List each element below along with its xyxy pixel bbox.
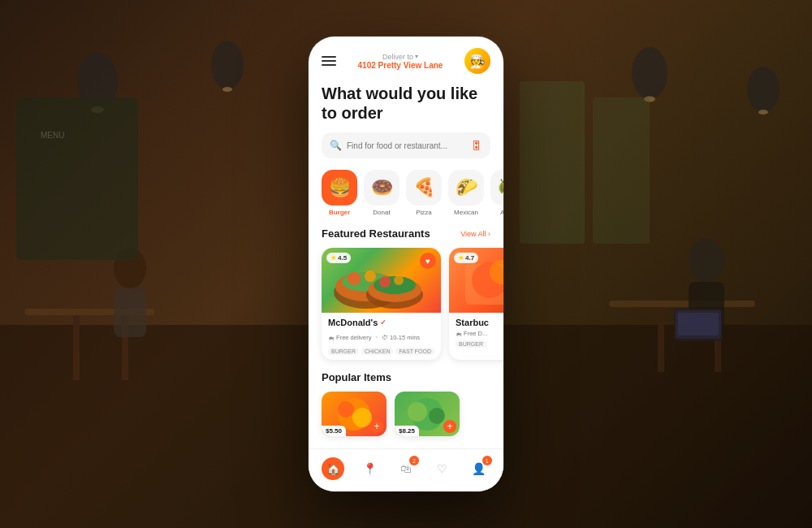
view-all-button[interactable]: View All › [460,230,490,238]
delivery-label-starbucks: 🏍 Free D... [456,330,487,337]
svg-rect-16 [593,97,650,244]
svg-point-36 [394,275,404,285]
svg-point-14 [758,110,768,115]
cart-badge: 2 [409,456,419,465]
filter-icon[interactable]: 🎛 [471,139,482,152]
asian-icon-wrap: 🍋 [490,170,503,206]
svg-point-29 [348,272,361,285]
delivery-label: 🏍 Free delivery [328,334,371,341]
burger-emoji: 🍔 [329,177,351,198]
restaurant-info-mcdonalds: McDonald's ✓ 🏍 Free delivery · ⏱ 10-15 m… [322,313,441,360]
restaurant-meta-mcdonalds: 🏍 Free delivery · ⏱ 10-15 mins [328,330,434,344]
svg-point-45 [408,402,427,422]
svg-point-10 [222,87,232,92]
nav-cart[interactable]: 🛍 2 [395,457,417,480]
price-badge-2: $8.25 [395,426,419,436]
svg-point-13 [747,67,780,112]
price-badge-1: $5.50 [322,426,346,436]
location-icon: 📍 [358,457,381,480]
tag-burger: BURGER [328,348,359,355]
search-input[interactable] [347,141,466,150]
phone-screen: Deliver to ▾ 4102 Pretty View Lane 🧑‍🍳 W… [309,37,503,491]
deliver-section[interactable]: Deliver to ▾ 4102 Pretty View Lane [358,53,443,70]
svg-point-42 [338,401,354,418]
svg-point-30 [365,270,376,282]
tags-starbucks: BURGER [456,340,503,348]
deliver-address: 4102 Pretty View Lane [358,61,443,70]
svg-point-46 [429,408,445,424]
category-donat[interactable]: 🍩 Donat [364,170,400,216]
asian-label: Asian [500,209,503,216]
nav-location[interactable]: 📍 [358,457,381,480]
burger-label: Burger [329,209,350,216]
tag-fastfood: FAST FOOD [395,348,434,355]
restaurant-image-mcdonalds: ★ 4.5 ♥ [322,248,441,313]
star-icon: ★ [330,254,336,262]
svg-point-9 [211,41,244,89]
svg-text:MENU: MENU [41,131,64,140]
profile-badge: 1 [482,456,492,465]
star-icon-starbucks: ★ [458,254,464,262]
add-button-2[interactable]: + [443,420,456,433]
category-asian[interactable]: 🍋 Asian [490,170,503,216]
home-icon: 🏠 [322,457,344,480]
add-button-1[interactable]: + [370,420,383,433]
restaurant-name-mcdonalds: McDonald's ✓ [328,318,434,327]
svg-rect-15 [520,81,585,244]
mexican-label: Mexican [454,209,478,216]
svg-rect-18 [114,288,146,337]
search-bar[interactable]: 🔍 🎛 [322,132,490,158]
heart-icon: ♡ [431,457,454,480]
rating-value-mcdonalds: 4.5 [338,254,347,262]
restaurant-card-starbucks[interactable]: ★ 4.7 ♥ Starbuc 🏍 Free D... BURGER [449,248,503,360]
category-mexican[interactable]: 🌮 Mexican [448,170,484,216]
burger-icon-wrap: 🍔 [322,170,357,206]
mexican-icon-wrap: 🌮 [448,170,484,206]
asian-emoji: 🍋 [498,177,504,198]
pizza-label: Pizza [416,209,432,216]
menu-button[interactable] [322,56,336,66]
restaurant-image-starbucks: ★ 4.7 ♥ [449,248,503,313]
verified-icon-mcdonalds: ✓ [380,318,387,327]
chevron-down-icon: ▾ [415,53,418,60]
svg-rect-5 [658,307,664,372]
tags-mcdonalds: BURGER CHICKEN FAST FOOD [328,348,434,355]
popular-item-image-2: $8.25 + [395,392,460,436]
rating-mcdonalds: ★ 4.5 [326,253,351,263]
restaurant-info-starbucks: Starbuc 🏍 Free D... BURGER [449,313,503,353]
category-pizza[interactable]: 🍕 Pizza [406,170,442,216]
popular-item-2[interactable]: $8.25 + [395,392,460,436]
nav-profile[interactable]: 👤 1 [468,457,490,480]
category-burger[interactable]: 🍔 Burger [322,170,357,216]
featured-section-header: Featured Restaurants View All › [309,227,503,248]
donat-emoji: 🍩 [371,177,393,198]
restaurant-card-mcdonalds[interactable]: ★ 4.5 ♥ McDonald's ✓ 🏍 Free delivery · ⏱… [322,248,441,360]
svg-point-11 [632,47,667,99]
popular-item-1[interactable]: $5.50 + [322,392,387,436]
donat-icon-wrap: 🍩 [364,170,400,206]
svg-point-43 [352,408,372,427]
tag-burger-starbucks: BURGER [456,340,486,348]
mexican-emoji: 🌮 [456,177,477,198]
app-header: Deliver to ▾ 4102 Pretty View Lane 🧑‍🍳 [309,37,503,80]
popular-item-image-1: $5.50 + [322,392,387,436]
svg-point-19 [689,238,724,282]
avatar[interactable]: 🧑‍🍳 [464,48,490,74]
svg-rect-4 [609,301,755,307]
deliver-label: Deliver to ▾ [358,53,443,61]
nav-home[interactable]: 🏠 [322,457,344,480]
donat-label: Donat [373,209,390,216]
restaurant-meta-starbucks: 🏍 Free D... [456,330,503,337]
featured-title: Featured Restaurants [322,227,430,240]
svg-rect-24 [16,97,138,260]
search-icon: 🔍 [330,140,342,151]
svg-rect-2 [73,315,80,380]
page-title: What would you liketo order [309,80,503,132]
pizza-emoji: 🍕 [413,177,435,198]
popular-section-title: Popular Items [309,371,503,392]
svg-point-35 [379,276,391,288]
restaurant-row: ★ 4.5 ♥ McDonald's ✓ 🏍 Free delivery · ⏱… [309,248,503,371]
bottom-navigation: 🏠 📍 🛍 2 ♡ 👤 1 [309,448,503,491]
nav-favorites[interactable]: ♡ [431,457,454,480]
favorite-button-mcdonalds[interactable]: ♥ [420,253,436,269]
